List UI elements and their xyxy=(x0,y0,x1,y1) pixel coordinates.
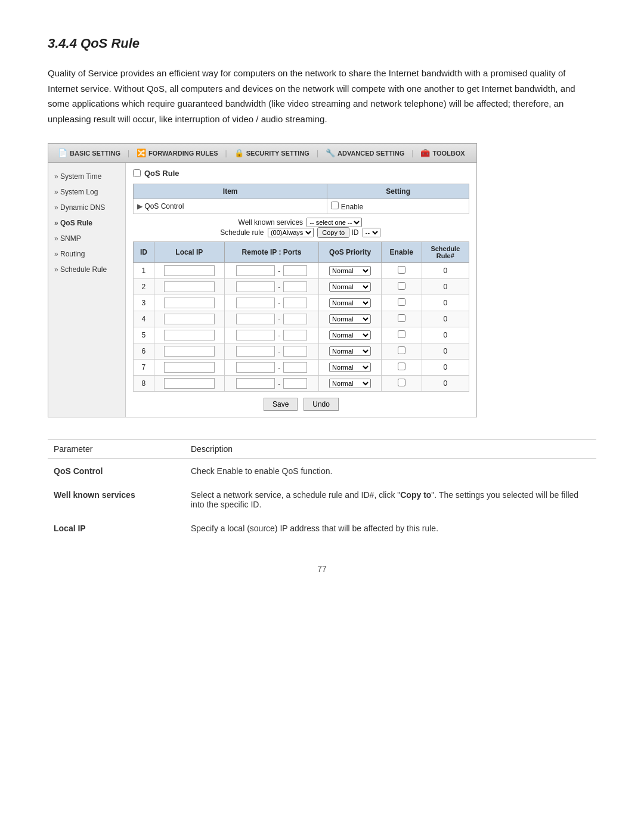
sidebar-item-qos-rule[interactable]: QoS Rule xyxy=(48,215,125,231)
enable-checkbox[interactable] xyxy=(398,314,405,322)
section-title-row: QoS Rule xyxy=(133,169,469,178)
well-known-services-select[interactable]: -- select one -- xyxy=(306,218,362,227)
forwarding-icon: 🔀 xyxy=(137,148,146,157)
local-ip-input[interactable] xyxy=(164,346,215,357)
priority-select[interactable]: NormalHighLow xyxy=(329,330,371,340)
port-input[interactable] xyxy=(283,330,307,340)
row-local-ip xyxy=(154,279,224,295)
priority-select[interactable]: NormalHighLow xyxy=(329,298,371,308)
row-id: 2 xyxy=(134,279,154,295)
port-separator: - xyxy=(275,283,283,290)
row-qos-priority: NormalHighLow xyxy=(319,311,382,327)
button-row: Save Undo xyxy=(133,398,469,411)
row-local-ip xyxy=(154,295,224,311)
sidebar-item-schedule-rule[interactable]: Schedule Rule xyxy=(48,262,125,277)
remote-ip-input[interactable] xyxy=(236,314,275,324)
local-ip-input[interactable] xyxy=(164,281,215,292)
enable-checkbox[interactable] xyxy=(398,266,405,274)
sidebar-item-dynamic-dns[interactable]: Dynamic DNS xyxy=(48,200,125,215)
id-label: ID xyxy=(352,228,359,237)
remote-ip-input[interactable] xyxy=(236,281,275,292)
port-input[interactable] xyxy=(283,314,307,324)
enable-checkbox[interactable] xyxy=(398,379,405,386)
row-remote-ip-ports: - xyxy=(224,343,319,360)
enable-checkbox[interactable] xyxy=(398,282,405,290)
row-schedule-rule: 0 xyxy=(422,279,469,295)
enable-checkbox[interactable] xyxy=(398,363,405,370)
tab-toolbox[interactable]: 🧰 TOOLBOX xyxy=(416,147,469,159)
schedule-rule-select[interactable]: (00)Always xyxy=(268,228,314,237)
sidebar-item-system-log[interactable]: System Log xyxy=(48,184,125,200)
row-local-ip xyxy=(154,263,224,279)
tab-advanced-setting[interactable]: 🔧 ADVANCED SETTING xyxy=(321,147,409,159)
row-id: 4 xyxy=(134,311,154,327)
table-row: 1 - NormalHighLow0 xyxy=(134,263,469,279)
row-remote-ip-ports: - xyxy=(224,360,319,376)
sidebar-item-system-time[interactable]: System Time xyxy=(48,169,125,184)
qos-enable-checkbox[interactable] xyxy=(331,202,339,209)
table-row: 8 - NormalHighLow0 xyxy=(134,376,469,392)
sidebar-item-routing[interactable]: Routing xyxy=(48,246,125,262)
local-ip-input[interactable] xyxy=(164,298,215,308)
save-button[interactable]: Save xyxy=(264,398,298,411)
remote-ip-input[interactable] xyxy=(236,298,275,308)
row-remote-ip-ports: - xyxy=(224,327,319,343)
basic-setting-icon: 📄 xyxy=(58,148,67,157)
param-name: QoS Control xyxy=(48,459,185,484)
section-checkbox[interactable] xyxy=(133,169,141,177)
qos-rules-table: ID Local IP Remote IP : Ports QoS Priori… xyxy=(133,241,469,392)
port-input[interactable] xyxy=(283,346,307,357)
priority-select[interactable]: NormalHighLow xyxy=(329,379,371,388)
remote-ip-input[interactable] xyxy=(236,378,275,389)
enable-checkbox[interactable] xyxy=(398,346,405,354)
tab-security-setting[interactable]: 🔒 SECURITY SETTING xyxy=(230,147,314,159)
tab-basic-setting[interactable]: 📄 BASIC SETTING xyxy=(53,147,125,159)
row-qos-priority: NormalHighLow xyxy=(319,360,382,376)
remote-ip-input[interactable] xyxy=(236,362,275,373)
local-ip-input[interactable] xyxy=(164,330,215,340)
row-schedule-rule: 0 xyxy=(422,360,469,376)
enable-checkbox[interactable] xyxy=(398,330,405,338)
table-row: 3 - NormalHighLow0 xyxy=(134,295,469,311)
local-ip-input[interactable] xyxy=(164,314,215,324)
local-ip-input[interactable] xyxy=(164,265,215,276)
port-input[interactable] xyxy=(283,378,307,389)
id-select[interactable]: -- xyxy=(363,228,380,237)
priority-select[interactable]: NormalHighLow xyxy=(329,266,371,275)
port-input[interactable] xyxy=(283,298,307,308)
desc-col-header: Description xyxy=(185,439,596,459)
param-row: Local IPSpecify a local (source) IP addr… xyxy=(48,516,596,540)
priority-select[interactable]: NormalHighLow xyxy=(329,363,371,372)
param-name: Local IP xyxy=(48,516,185,540)
security-icon: 🔒 xyxy=(234,148,244,157)
row-id: 6 xyxy=(134,343,154,360)
port-input[interactable] xyxy=(283,362,307,373)
port-separator: - xyxy=(275,315,283,323)
priority-select[interactable]: NormalHighLow xyxy=(329,282,371,292)
qos-control-label: QoS Control xyxy=(144,202,184,210)
remote-ip-input[interactable] xyxy=(236,346,275,357)
port-input[interactable] xyxy=(283,281,307,292)
port-input[interactable] xyxy=(283,265,307,276)
row-enable xyxy=(381,263,422,279)
row-id: 3 xyxy=(134,295,154,311)
sidebar-item-snmp[interactable]: SNMP xyxy=(48,231,125,246)
priority-select[interactable]: NormalHighLow xyxy=(329,314,371,324)
enable-checkbox[interactable] xyxy=(398,298,405,306)
row-schedule-rule: 0 xyxy=(422,343,469,360)
row-qos-priority: NormalHighLow xyxy=(319,263,382,279)
undo-button[interactable]: Undo xyxy=(304,398,339,411)
priority-select[interactable]: NormalHighLow xyxy=(329,346,371,356)
row-qos-priority: NormalHighLow xyxy=(319,343,382,360)
port-separator: - xyxy=(275,380,283,387)
row-local-ip xyxy=(154,360,224,376)
copy-to-button[interactable]: Copy to xyxy=(317,227,349,238)
remote-ip-input[interactable] xyxy=(236,265,275,276)
local-ip-input[interactable] xyxy=(164,362,215,373)
services-row: Well known services -- select one -- Sch… xyxy=(133,218,469,238)
tab-forwarding-rules[interactable]: 🔀 FORWARDING RULES xyxy=(132,147,223,159)
page-title: 3.4.4 QoS Rule xyxy=(48,36,596,51)
local-ip-input[interactable] xyxy=(164,378,215,389)
sidebar: System Time System Log Dynamic DNS QoS R… xyxy=(48,163,126,417)
remote-ip-input[interactable] xyxy=(236,330,275,340)
